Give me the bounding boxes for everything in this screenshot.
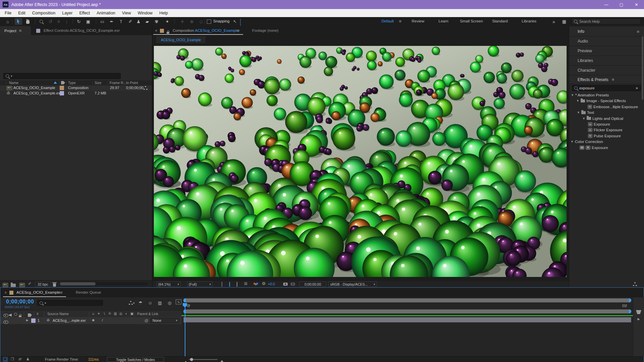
source-name-column[interactable]: Source Name (47, 312, 69, 316)
workspace-menu-icon[interactable]: ≡ (399, 19, 402, 24)
column-header-type[interactable]: Type (68, 81, 76, 85)
region-of-interest-icon[interactable] (237, 282, 237, 286)
layer-row[interactable]: ▶ 1 ✇ ACEScg_...mple.exr ✱ / @ None▾ (0, 317, 181, 324)
resolution-dropdown[interactable]: (Full)▾ (187, 281, 213, 287)
menu-view[interactable]: View (119, 11, 134, 15)
roto-brush-tool-icon[interactable]: ✾ (153, 18, 160, 25)
tree-item--animation-presets[interactable]: ▼* Animation Presets (569, 92, 643, 98)
tree-item-pulse-exposure[interactable]: fxPulse Exposure (569, 133, 644, 139)
chevron-down-icon[interactable]: ▼ (577, 111, 580, 114)
puppet-tool-icon[interactable]: ✦ (164, 18, 171, 25)
zoom-tool-icon[interactable] (38, 18, 45, 25)
zoom-dropdown[interactable]: (64.1%)▾ (157, 281, 181, 287)
layer-expander-icon[interactable]: ▶ (26, 318, 28, 322)
snapping-checkbox[interactable] (207, 19, 211, 24)
tree-item-text[interactable]: ▼Text (569, 110, 644, 115)
close-button[interactable]: ✕ (629, 0, 644, 9)
zoom-slider-knob[interactable] (190, 358, 193, 361)
tree-item-color-correction[interactable]: ▼Color Correction (569, 139, 643, 144)
sidebar-scrollbar[interactable] (642, 36, 643, 100)
selection-tool-icon[interactable] (15, 18, 22, 25)
hide-shy-icon[interactable]: ☺ (147, 299, 154, 306)
item-label-swatch[interactable] (60, 91, 64, 95)
expand-in-out-icon[interactable]: ⇄ (18, 357, 21, 361)
effects-panel-menu-icon[interactable]: ≡ (612, 77, 614, 82)
toggle-switches-modes-button[interactable]: Toggle Switches / Modes (107, 357, 164, 362)
quality-switch[interactable]: / (102, 318, 103, 322)
workspace-small-screen[interactable]: Small Screen (460, 19, 483, 23)
project-hscrollbar[interactable] (60, 282, 148, 285)
clear-search-icon[interactable]: ✕ (636, 86, 638, 90)
info-panel-menu-icon[interactable]: ≡ (637, 29, 639, 34)
menu-edit[interactable]: Edit (15, 11, 29, 15)
menu-window[interactable]: Window (134, 11, 156, 15)
column-header-size[interactable]: Size (95, 81, 101, 85)
column-header-inpoint[interactable]: In Point (126, 81, 138, 85)
pen-tool-icon[interactable]: ✒ (108, 18, 115, 25)
world-axis-icon[interactable]: ⊕ (188, 18, 195, 25)
label-column-icon[interactable] (61, 81, 65, 84)
clone-stamp-tool-icon[interactable]: ♟ (135, 18, 142, 25)
chevron-down-icon[interactable]: ▼ (571, 140, 574, 143)
frame-blending-icon[interactable]: ▥ (156, 299, 164, 306)
hand-tool-icon[interactable] (24, 18, 32, 25)
maximize-button[interactable]: ▢ (614, 0, 629, 9)
mask-visibility-icon[interactable] (229, 282, 230, 286)
collapse-switch[interactable]: ✱ (92, 318, 95, 322)
timeline-panel-menu-icon[interactable]: ≡ (60, 290, 63, 295)
panel-audio[interactable]: Audio (569, 37, 644, 46)
timeline-tab-close-icon[interactable]: × (4, 290, 7, 295)
project-settings-icon[interactable]: ✐ (28, 282, 31, 286)
shy-column-icon[interactable]: ☺ (91, 312, 96, 315)
panel-effects-presets[interactable]: Effects & Presets ≡ (569, 75, 644, 84)
rectangle-tool-icon[interactable]: ▭ (99, 18, 106, 25)
preview-time-field[interactable]: 0;00;00;00 (299, 281, 326, 287)
show-snapshot-icon[interactable] (291, 282, 295, 286)
comp-marker-bin-icon[interactable] (636, 310, 641, 314)
parent-dropdown[interactable]: None▾ (150, 318, 180, 323)
menu-composition[interactable]: Composition (29, 11, 59, 15)
project-item-row[interactable]: ACEScg_OCIO_ExampleComposition29.970;00;… (0, 85, 152, 91)
adjustment-column-icon[interactable]: ◐ (124, 312, 129, 315)
tab-footage[interactable]: Footage (none) (252, 28, 279, 32)
project-search-box[interactable]: ▾ (3, 73, 121, 79)
menu-file[interactable]: File (1, 11, 15, 15)
workspace-learn[interactable]: Learn (438, 19, 448, 23)
chevron-down-icon[interactable]: ▼ (582, 117, 585, 120)
workspace-libraries[interactable]: Libraries (522, 19, 536, 23)
sort-ascending-icon[interactable] (54, 81, 57, 84)
tree-item-exposure[interactable]: fxExposure (569, 122, 644, 127)
eraser-tool-icon[interactable]: ▰ (143, 18, 151, 25)
parent-link-column[interactable]: Parent & Link (137, 312, 158, 316)
grid-guides-icon[interactable]: ⊞ (244, 281, 247, 286)
timeline-zoom-slider[interactable] (189, 359, 218, 360)
marquee-selection-icon[interactable] (240, 19, 241, 25)
chevron-down-icon[interactable]: ▼ (571, 93, 574, 97)
work-area-bar[interactable] (183, 309, 631, 313)
workspace-standard[interactable]: Standard (492, 19, 508, 23)
tree-item-lights-and-optical[interactable]: ▼Lights and Optical (569, 116, 644, 121)
menu-layer[interactable]: Layer (59, 11, 76, 15)
zoom-in-mountain-icon[interactable] (220, 358, 224, 362)
expand-layer-switches-icon[interactable]: ❏ (3, 357, 8, 362)
menu-effect[interactable]: Effect (76, 11, 93, 15)
column-header-name[interactable]: Name (9, 81, 18, 85)
current-time-display[interactable]: 0;00;00;00 (6, 299, 34, 305)
snap-arrow-icon[interactable]: ↖ (231, 18, 239, 25)
timeline-search-box[interactable]: ▾ (37, 300, 103, 306)
comp-label-swatch[interactable] (160, 29, 164, 33)
tree-item-image-special-effects[interactable]: ▼Image - Special Effects (569, 98, 644, 103)
timeline-label-swatch[interactable] (9, 291, 13, 295)
tree-item-exposure[interactable]: 32Exposure (569, 145, 644, 150)
menu-animation[interactable]: Animation (93, 11, 119, 15)
type-tool-icon[interactable]: T (117, 18, 125, 25)
viewer-tab[interactable]: ACEScg_OCIO_Example (156, 36, 206, 43)
dolly-camera-tool-icon[interactable]: ↕ (63, 18, 70, 25)
flowchart-caret-icon[interactable]: ▾ (133, 301, 135, 305)
workspace-default[interactable]: Default (382, 19, 394, 23)
panel-preview[interactable]: Preview (569, 46, 644, 56)
exposure-value[interactable]: +0.0 (268, 282, 275, 286)
comp-button-icon[interactable]: ⚑ (637, 317, 640, 322)
composition-viewport[interactable] (154, 46, 567, 277)
tab-effect-controls[interactable]: Effect Controls ACEScg_OCIO_Example.exr (44, 28, 120, 32)
